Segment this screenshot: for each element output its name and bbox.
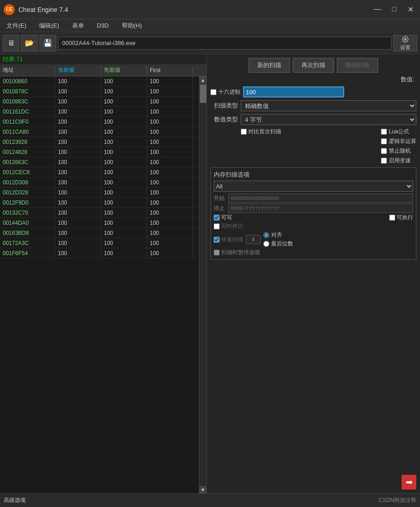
no-random-label[interactable]: 禁止随机 bbox=[381, 147, 416, 155]
table-row[interactable]: 0012D308 100 100 100 bbox=[0, 177, 199, 188]
fast-scan-input[interactable] bbox=[246, 235, 261, 244]
td-current: 100 bbox=[55, 228, 101, 238]
hex-checkbox[interactable] bbox=[210, 89, 216, 95]
table-row[interactable]: 0011C9F0 100 100 100 bbox=[0, 117, 199, 127]
td-previous: 100 bbox=[101, 137, 147, 147]
td-address: 0011CA80 bbox=[0, 127, 55, 137]
minimize-button[interactable]: — bbox=[371, 4, 384, 15]
table-row[interactable]: 001F6F54 100 100 100 bbox=[0, 248, 199, 258]
fast-scan-row: 快速扫描 对齐 最后位数 bbox=[214, 231, 413, 248]
save-button[interactable]: 💾 bbox=[40, 35, 56, 51]
menu-edit[interactable]: 编辑(E) bbox=[36, 21, 62, 31]
executable-label[interactable]: 可执行 bbox=[389, 214, 413, 222]
align-radio-group: 对齐 最后位数 bbox=[263, 231, 293, 248]
start-addr-input[interactable] bbox=[228, 194, 413, 203]
td-first: 100 bbox=[147, 117, 193, 126]
table-row[interactable]: 0011CA80 100 100 100 bbox=[0, 127, 199, 137]
menu-d3d[interactable]: D3D bbox=[94, 21, 112, 30]
table-row[interactable]: 0012CEC8 100 100 100 bbox=[0, 167, 199, 177]
enable-speed-label[interactable]: 启用变速 bbox=[381, 157, 416, 165]
td-address: 00124828 bbox=[0, 147, 55, 157]
td-previous: 100 bbox=[101, 238, 147, 248]
scan-type-dropdown[interactable]: 精确数值 模糊扫描 未知初始值 增加的数值 减少的数值 bbox=[241, 100, 416, 111]
writable-checkbox[interactable] bbox=[214, 215, 220, 221]
compare-first-checkbox[interactable] bbox=[241, 129, 247, 135]
td-first: 100 bbox=[147, 147, 193, 157]
td-previous: 100 bbox=[101, 127, 147, 137]
open-process-button[interactable]: 🖥 bbox=[3, 35, 19, 51]
value-label-row: 数值: bbox=[210, 75, 416, 84]
scroll-up-arrow[interactable]: ▲ bbox=[199, 76, 207, 84]
align-radio[interactable] bbox=[263, 232, 269, 238]
align-radio-label[interactable]: 对齐 bbox=[263, 231, 293, 239]
table-row[interactable]: 00132C70 100 100 100 bbox=[0, 208, 199, 218]
td-first: 100 bbox=[147, 218, 193, 228]
copy-on-write-checkbox[interactable] bbox=[214, 223, 220, 229]
process-name-bar[interactable]: 00002A44-Tutorial-i386.exe bbox=[58, 37, 392, 50]
fast-scan-label[interactable]: 快速扫描 bbox=[214, 236, 243, 244]
no-random-checkbox[interactable] bbox=[381, 148, 387, 154]
lua-label[interactable]: Lua公式 bbox=[381, 128, 416, 136]
logic-label[interactable]: 逻辑非运算 bbox=[381, 137, 416, 145]
writable-label[interactable]: 可写 bbox=[214, 214, 232, 222]
mem-scan-dropdown[interactable]: All bbox=[214, 181, 413, 192]
cancel-scan-button[interactable]: 撤销扫描 bbox=[337, 58, 378, 73]
right-panel: 新的扫描 再次扫描 撤销扫描 数值: 十六进制 扫描类型 精确数值 模糊扫描 未… bbox=[207, 54, 420, 493]
red-arrow-button[interactable]: ➡ bbox=[402, 475, 416, 490]
last-byte-radio-label[interactable]: 最后位数 bbox=[263, 240, 293, 248]
re-scan-button[interactable]: 再次扫描 bbox=[293, 58, 334, 73]
menu-table[interactable]: 表单 bbox=[69, 21, 87, 31]
table-row[interactable]: 00100860 100 100 100 bbox=[0, 76, 199, 86]
td-current: 100 bbox=[55, 157, 101, 167]
maximize-button[interactable]: □ bbox=[389, 4, 399, 15]
table-row[interactable]: 0012F9D0 100 100 100 bbox=[0, 198, 199, 208]
table-row[interactable]: 0010883C 100 100 100 bbox=[0, 97, 199, 107]
value-input-field[interactable] bbox=[243, 86, 344, 97]
td-first: 100 bbox=[147, 198, 193, 207]
scan-table-body: 00100860 100 100 100 0010878C 100 100 10… bbox=[0, 76, 199, 493]
stop-addr-input[interactable] bbox=[228, 204, 413, 213]
td-previous: 100 bbox=[101, 177, 147, 187]
arrow-section: ➡ bbox=[210, 475, 416, 490]
gear-icon bbox=[401, 35, 410, 43]
table-row[interactable]: 0012663C 100 100 100 bbox=[0, 157, 199, 167]
window-controls: — □ ✕ bbox=[371, 4, 416, 15]
settings-label: 设置 bbox=[400, 44, 410, 51]
close-button[interactable]: ✕ bbox=[405, 4, 416, 15]
td-current: 100 bbox=[55, 218, 101, 228]
compare-checkbox-row: 对比首次扫描 bbox=[210, 128, 377, 136]
logic-checkbox[interactable] bbox=[381, 138, 387, 144]
table-row[interactable]: 0010878C 100 100 100 bbox=[0, 86, 199, 97]
compare-first-label[interactable]: 对比首次扫描 bbox=[241, 128, 281, 136]
table-row[interactable]: 001161DC 100 100 100 bbox=[0, 107, 199, 117]
hex-checkbox-label[interactable]: 十六进制 bbox=[210, 88, 240, 96]
last-byte-radio[interactable] bbox=[263, 241, 269, 247]
menu-file[interactable]: 文件(E) bbox=[4, 21, 29, 31]
td-first: 100 bbox=[147, 177, 193, 187]
fast-scan-checkbox[interactable] bbox=[214, 237, 220, 243]
table-row[interactable]: 00163BD8 100 100 100 bbox=[0, 228, 199, 238]
scroll-down-arrow[interactable]: ▼ bbox=[199, 486, 207, 493]
executable-checkbox[interactable] bbox=[389, 215, 395, 221]
scan-scrollbar[interactable]: ▲ ▼ bbox=[199, 76, 206, 493]
lua-checkbox[interactable] bbox=[381, 129, 387, 135]
td-current: 100 bbox=[55, 238, 101, 248]
table-row[interactable]: 0012D328 100 100 100 bbox=[0, 188, 199, 198]
enable-speed-checkbox[interactable] bbox=[381, 158, 387, 164]
table-row[interactable]: 00124828 100 100 100 bbox=[0, 147, 199, 157]
scroll-thumb[interactable] bbox=[200, 85, 206, 103]
open-file-button[interactable]: 📂 bbox=[21, 35, 38, 51]
data-type-dropdown[interactable]: 4 字节 2 字节 1 字节 8 字节 单浮点 双浮点 bbox=[241, 114, 416, 125]
td-previous: 100 bbox=[101, 117, 147, 126]
settings-button[interactable]: 设置 bbox=[393, 35, 417, 51]
process-name-text: 00002A44-Tutorial-i386.exe bbox=[62, 40, 136, 46]
td-first: 100 bbox=[147, 157, 193, 167]
pause-checkbox[interactable] bbox=[214, 250, 220, 256]
table-row[interactable]: 00144DA0 100 100 100 bbox=[0, 218, 199, 228]
td-previous: 100 bbox=[101, 218, 147, 228]
menu-help[interactable]: 帮助(H) bbox=[119, 21, 145, 31]
copy-on-write-label[interactable]: 写时拷贝 bbox=[214, 222, 243, 230]
new-scan-button[interactable]: 新的扫描 bbox=[249, 58, 290, 73]
table-row[interactable]: 00123928 100 100 100 bbox=[0, 137, 199, 147]
table-row[interactable]: 00172A3C 100 100 100 bbox=[0, 238, 199, 248]
